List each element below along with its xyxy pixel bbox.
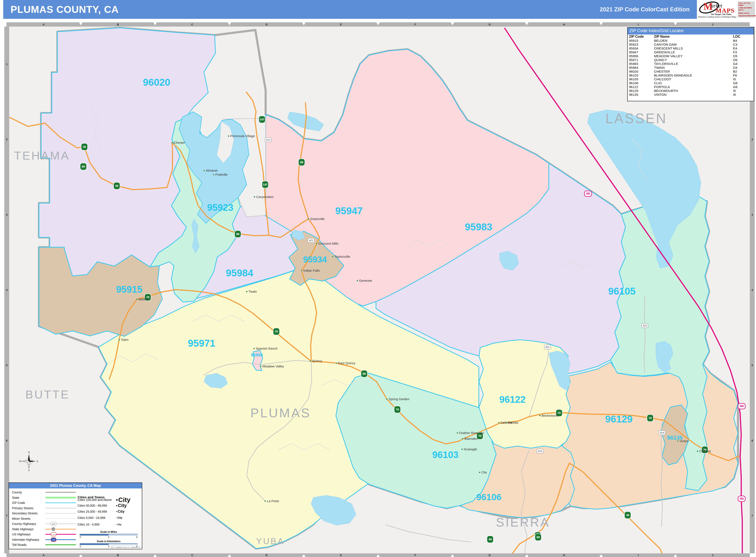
svg-text:Portola: Portola <box>508 421 518 424</box>
svg-text:Greenville: Greenville <box>310 217 325 221</box>
compass-needle-n <box>28 454 30 461</box>
county-label-butte: BUTTE <box>25 388 69 401</box>
grid-cell-5: 5 <box>750 328 755 403</box>
svg-text:49: 49 <box>489 538 492 541</box>
town-spring-garden: Spring Garden <box>386 397 410 401</box>
table-row: 95956MEADOW VALLEYD5 <box>628 54 754 58</box>
svg-text:Tobin: Tobin <box>121 338 128 342</box>
table-row: 95934CRESCENT MILLSE4 <box>628 47 754 50</box>
legend-item-minor: Minor Streets <box>12 517 77 521</box>
compass-needle-s <box>28 461 30 469</box>
zip-label-95956: 95956 <box>251 353 263 357</box>
county-road-badge-A22: A22 <box>308 238 314 242</box>
svg-text:Twain: Twain <box>249 290 257 293</box>
grid-cell-I: I <box>601 553 675 557</box>
compass-needle-w <box>22 460 29 462</box>
svg-text:89: 89 <box>300 161 303 164</box>
svg-text:Meadow Valley: Meadow Valley <box>262 364 284 368</box>
zip-label-95923: 95923 <box>207 202 233 213</box>
state-highway-shield-icon: 36 <box>81 143 88 150</box>
state-highway-shield-icon: 89 <box>298 159 305 166</box>
grid-cell-J: J <box>675 22 750 27</box>
svg-text:Blairsden: Blairsden <box>464 437 478 440</box>
grid-ruler-left: 1234567 <box>4 27 9 553</box>
legend-item-primary: Primary Streets <box>12 506 77 510</box>
zip-index-column: ZIP Code <box>628 34 653 39</box>
svg-text:89: 89 <box>536 535 540 539</box>
state-highway-shield-icon: 89 <box>361 370 368 377</box>
svg-text:East Quincy: East Quincy <box>338 361 355 365</box>
legend-city-item: Cities 10 - 4,999City <box>78 523 140 526</box>
county-road-badge-A23: A23 <box>642 323 648 328</box>
legend-copyright: 2021 © Intelligent Direct, Inc., Wellsbo… <box>111 547 140 548</box>
svg-text:Canyondam: Canyondam <box>256 195 273 199</box>
svg-text:A13: A13 <box>266 138 270 141</box>
svg-text:395: 395 <box>586 192 590 195</box>
table-row: 96135VINTONI6 <box>628 93 754 97</box>
table-row: 95923CANYON DAMC3 <box>628 42 754 47</box>
zip-label-95971: 95971 <box>188 338 215 349</box>
svg-text:70: 70 <box>396 408 399 411</box>
grid-ruler-bottom: ABCDEFGHIJ <box>6 553 750 557</box>
svg-text:395: 395 <box>739 405 744 408</box>
page: { "header": {"title": "PLUMAS COUNTY, CA… <box>0 0 756 557</box>
legend-item-toll: Toll Roads <box>12 543 77 547</box>
svg-text:Chilcoot: Chilcoot <box>699 449 711 453</box>
zip-label-96106: 96106 <box>476 492 501 502</box>
svg-text:Belden: Belden <box>139 297 149 301</box>
legend-item-state-hwy: State Highways123 <box>12 527 77 531</box>
svg-text:Taylorsville: Taylorsville <box>335 255 350 258</box>
grid-cell-6: 6 <box>750 403 755 478</box>
town-genesee: Genesee <box>357 279 372 282</box>
grid-cell-F: F <box>378 22 453 27</box>
table-row: 95915BELDENB4 <box>628 39 754 42</box>
zip-label-95915: 95915 <box>116 284 142 295</box>
state-highway-shield-icon: 36 <box>114 182 120 189</box>
county-label-tehama: TEHAMA <box>14 149 70 162</box>
grid-cell-H: H <box>527 553 601 557</box>
legend-item-zip: ZIP Code <box>12 501 77 505</box>
grid-cell-1: 1 <box>4 27 9 102</box>
town-indian-falls: Indian Falls <box>301 269 320 272</box>
zip-label-96129: 96129 <box>605 413 633 424</box>
grid-cell-2: 2 <box>4 102 9 177</box>
compass-rose: N S W E <box>19 451 38 471</box>
grid-cell-6: 6 <box>4 403 9 478</box>
table-row: 96105CHILCOOTI5 <box>628 77 754 81</box>
compass-north-label: N <box>28 451 30 453</box>
zip-index-title: ZIP Code Index/Grid Locator <box>628 28 754 34</box>
zip-index-panel: ZIP Code Index/Grid Locator ZIP CodeZIP … <box>627 27 754 101</box>
legend-item-county-hwy: County Highways123 <box>12 522 77 526</box>
grid-ruler-right: 1234567 <box>750 27 755 553</box>
table-row: 95984TWAIND4 <box>628 66 754 70</box>
compass-south-label: S <box>28 469 30 471</box>
state-highway-shield-icon: 89 <box>235 231 241 238</box>
table-row: 95947GREENVILLEF3 <box>628 50 754 54</box>
legend-city-item: Cities 5,000 - 24,999City <box>78 516 140 520</box>
legend-item-state: State <box>12 496 77 500</box>
us-highway-shield-icon: 395 <box>584 191 592 197</box>
table-row: 95983TAYLORSVILLEG4 <box>628 62 754 66</box>
table-row: 96106CLIOG6 <box>628 81 754 85</box>
table-row: 96122PORTOLAG6 <box>628 85 754 89</box>
grid-cell-B: B <box>81 553 155 557</box>
svg-text:123: 123 <box>52 534 55 535</box>
county-label-plumas: PLUMAS <box>251 406 311 420</box>
svg-text:49: 49 <box>626 514 629 517</box>
svg-text:A24: A24 <box>660 432 664 434</box>
grid-cell-H: H <box>527 22 601 27</box>
svg-text:Spring Garden: Spring Garden <box>388 397 410 401</box>
grid-cell-A: A <box>6 22 81 27</box>
grid-cell-F: F <box>378 553 453 557</box>
legend-scale-miles: Scale in Miles036 <box>80 530 138 538</box>
grid-cell-G: G <box>453 22 527 27</box>
town-meadow-valley: Meadow Valley <box>260 364 284 368</box>
zip-label-95984: 95984 <box>226 267 253 278</box>
table-row: 95971QUINCYD6 <box>628 58 754 62</box>
grid-cell-E: E <box>304 22 378 27</box>
zip-index-table: ZIP CodeZIP NameLOC 95915BELDENB495923CA… <box>628 34 754 97</box>
grid-cell-D: D <box>229 22 304 27</box>
us-highway-shield-icon: 395 <box>738 403 745 409</box>
grid-ruler-top: ABCDEFGHIJ <box>6 22 750 27</box>
legend-item-interstate: Interstate Highways123 <box>12 537 77 542</box>
